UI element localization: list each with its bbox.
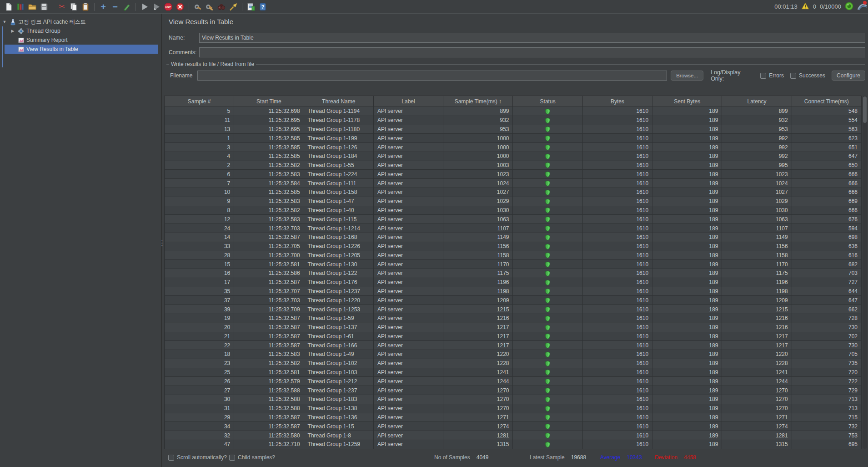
table-row[interactable]: 3011:25:32.588Thread Group 1-183API serv… — [165, 395, 862, 404]
stop-icon[interactable]: STOP — [163, 1, 174, 12]
table-row[interactable]: 2211:25:32.587Thread Group 1-166API serv… — [165, 341, 862, 350]
table-row[interactable]: 4711:25:32.710Thread Group 1-1259API ser… — [165, 440, 862, 449]
scrollbar-thumb[interactable] — [863, 96, 867, 123]
collapse-all-icon[interactable]: − — [110, 1, 120, 12]
column-header-thread-name[interactable]: Thread Name — [304, 96, 373, 107]
table-row[interactable]: 2411:25:32.703Thread Group 1-1214API ser… — [165, 224, 862, 233]
toggle-icon[interactable] — [121, 1, 132, 12]
column-header-latency[interactable]: Latency — [722, 96, 792, 107]
tree-item-summary-report[interactable]: Summary Report — [0, 36, 161, 45]
cell-sample-number: 15 — [165, 260, 234, 269]
latest-sample-stat: Latest Sample 19688 — [530, 454, 586, 461]
child-samples-checkbox[interactable] — [229, 455, 235, 461]
configure-button[interactable]: Configure — [832, 71, 865, 81]
panel-splitter-handle[interactable]: ⋮ — [159, 239, 165, 247]
name-input[interactable] — [199, 33, 865, 43]
column-header-status[interactable]: Status — [513, 96, 582, 107]
cut-icon[interactable]: ✂ — [56, 1, 67, 12]
cell-connect-time: 594 — [792, 224, 861, 233]
shutdown-icon[interactable] — [175, 1, 186, 12]
errors-checkbox[interactable] — [760, 73, 766, 79]
function-helper-icon[interactable] — [246, 1, 256, 12]
average-label: Average — [600, 454, 620, 461]
table-row[interactable]: 2011:25:32.587Thread Group 1-137API serv… — [165, 323, 862, 332]
cell-label: API server — [373, 305, 443, 314]
column-header-connect-time[interactable]: Connect Time(ms) — [792, 96, 861, 107]
table-row[interactable]: 611:25:32.583Thread Group 1-224API serve… — [165, 170, 862, 179]
table-row[interactable]: 1011:25:32.585Thread Group 1-158API serv… — [165, 188, 862, 197]
cell-sample-time: 1315 — [443, 440, 513, 449]
column-header-sample-time[interactable]: Sample Time(ms) ↑ — [443, 96, 513, 107]
tree-item-thread-group[interactable]: ▶ Thread Group — [0, 26, 161, 36]
table-row[interactable]: 2911:25:32.587Thread Group 1-136API serv… — [165, 413, 862, 422]
table-row[interactable]: 1611:25:32.586Thread Group 1-122API serv… — [165, 269, 862, 278]
warning-indicator-icon[interactable] — [801, 2, 809, 11]
tree-item-test-plan[interactable]: ▼ 고정 링크 API cache 테스트 — [0, 17, 161, 26]
chevron-down-icon[interactable]: ▼ — [2, 20, 7, 24]
table-row[interactable]: 811:25:32.582Thread Group 1-40API server… — [165, 206, 862, 215]
column-header-sample-number[interactable]: Sample # — [165, 96, 234, 107]
column-header-sent-bytes[interactable]: Sent Bytes — [652, 96, 722, 107]
table-row[interactable]: 3211:25:32.580Thread Group 1-8API server… — [165, 431, 862, 440]
cell-sample-number: 7 — [165, 179, 234, 188]
scroll-automatically-label: Scroll automatically? — [177, 454, 227, 461]
open-icon[interactable] — [27, 1, 38, 12]
filename-input[interactable] — [197, 71, 667, 81]
table-row[interactable]: 2811:25:32.700Thread Group 1-1205API ser… — [165, 251, 862, 260]
start-no-timers-icon[interactable] — [151, 1, 162, 12]
start-icon[interactable] — [139, 1, 150, 12]
table-row[interactable]: 1111:25:32.695Thread Group 1-1178API ser… — [165, 116, 862, 125]
table-row[interactable]: 2711:25:32.588Thread Group 1-237API serv… — [165, 386, 862, 395]
table-row[interactable]: 2511:25:32.581Thread Group 1-103API serv… — [165, 368, 862, 377]
clear-all-icon[interactable] — [204, 1, 215, 12]
help-icon[interactable]: ? — [257, 1, 268, 12]
table-row[interactable]: 1411:25:32.587Thread Group 1-168API serv… — [165, 233, 862, 242]
table-row[interactable]: 211:25:32.582Thread Group 1-55API server… — [165, 161, 862, 170]
table-row[interactable]: 3911:25:32.709Thread Group 1-1253API ser… — [165, 305, 862, 314]
table-row[interactable]: 2311:25:32.582Thread Group 1-102API serv… — [165, 359, 862, 368]
expand-all-icon[interactable]: + — [98, 1, 109, 12]
table-scrollbar[interactable] — [863, 96, 867, 449]
chevron-right-icon[interactable]: ▶ — [10, 29, 15, 33]
table-row[interactable]: 311:25:32.585Thread Group 1-126API serve… — [165, 143, 862, 152]
comments-input[interactable] — [199, 47, 865, 57]
table-row[interactable]: 1911:25:32.587Thread Group 1-59API serve… — [165, 314, 862, 323]
cell-sample-number: 32 — [165, 431, 234, 440]
search-reset-icon[interactable] — [228, 1, 239, 12]
copy-icon[interactable] — [68, 1, 79, 12]
table-row[interactable]: 3111:25:32.588Thread Group 1-138API serv… — [165, 404, 862, 413]
table-row[interactable]: 2611:25:32.579Thread Group 1-212API serv… — [165, 377, 862, 386]
cell-label: API server — [373, 161, 443, 170]
table-row[interactable]: 2111:25:32.587Thread Group 1-61API serve… — [165, 332, 862, 341]
templates-icon[interactable] — [15, 1, 26, 12]
table-row[interactable]: 3711:25:32.703Thread Group 1-1220API ser… — [165, 296, 862, 305]
table-row[interactable]: 411:25:32.585Thread Group 1-184API serve… — [165, 152, 862, 161]
table-row[interactable]: 3311:25:32.705Thread Group 1-1226API ser… — [165, 242, 862, 251]
column-header-bytes[interactable]: Bytes — [582, 96, 652, 107]
clear-icon[interactable] — [192, 1, 203, 12]
table-row[interactable]: 1511:25:32.581Thread Group 1-130API serv… — [165, 260, 862, 269]
table-row[interactable]: 111:25:32.585Thread Group 1-199API serve… — [165, 134, 862, 143]
table-row[interactable]: 911:25:32.583Thread Group 1-47API server… — [165, 197, 862, 206]
success-shield-icon — [545, 153, 551, 160]
search-icon[interactable] — [216, 1, 227, 12]
scroll-automatically-checkbox[interactable] — [168, 455, 174, 461]
paste-icon[interactable] — [80, 1, 91, 12]
table-row[interactable]: 1311:25:32.695Thread Group 1-1180API ser… — [165, 125, 862, 134]
new-file-icon[interactable] — [3, 1, 14, 12]
table-row[interactable]: 3411:25:32.587Thread Group 1-15API serve… — [165, 422, 862, 431]
successes-checkbox[interactable] — [790, 73, 796, 79]
table-row[interactable]: 3511:25:32.707Thread Group 1-1237API ser… — [165, 287, 862, 296]
save-icon[interactable] — [39, 1, 50, 12]
table-row[interactable]: 1211:25:32.583Thread Group 1-115API serv… — [165, 215, 862, 224]
table-row[interactable]: 511:25:32.698Thread Group 1-1194API serv… — [165, 107, 862, 116]
table-row[interactable]: 1711:25:32.587Thread Group 1-176API serv… — [165, 278, 862, 287]
table-row[interactable]: 1811:25:32.583Thread Group 1-49API serve… — [165, 350, 862, 359]
tree-item-view-results-in-table[interactable]: View Results in Table — [0, 45, 161, 54]
table-row[interactable]: 711:25:32.584Thread Group 1-111API serve… — [165, 179, 862, 188]
browse-button[interactable]: Browse... — [671, 71, 703, 81]
column-header-start-time[interactable]: Start Time — [234, 96, 304, 107]
cell-status — [513, 152, 582, 161]
column-header-label[interactable]: Label — [373, 96, 443, 107]
cell-bytes: 1610 — [582, 269, 652, 278]
